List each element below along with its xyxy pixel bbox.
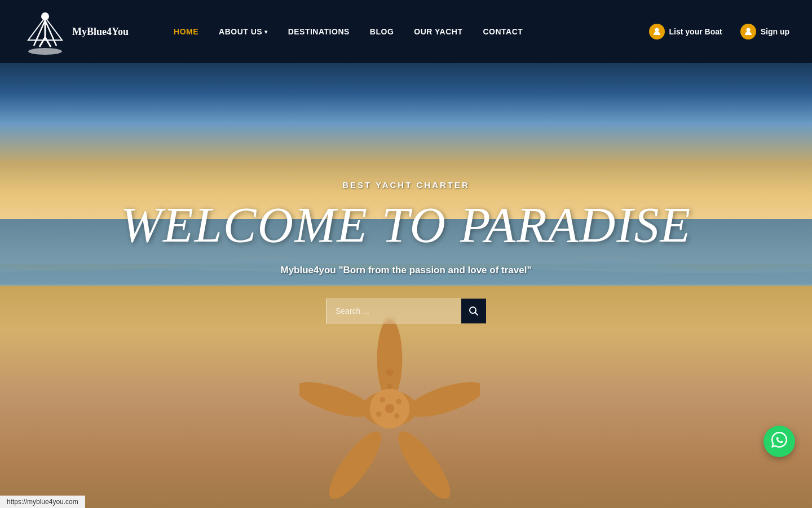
nav-link-home[interactable]: HOME <box>174 27 198 36</box>
whatsapp-icon <box>770 431 788 453</box>
logo[interactable]: MyBlue4You <box>23 6 129 57</box>
svg-point-16 <box>380 397 386 402</box>
svg-point-10 <box>390 425 458 499</box>
hero-subtitle: BEST YACHT CHARTER <box>121 180 692 190</box>
whatsapp-button[interactable] <box>764 426 795 457</box>
hero-title: WELCOME TO PARADISE <box>121 196 692 253</box>
navbar: MyBlue4You HOME ABOUT US ▾ DESTINATIONS … <box>0 0 812 63</box>
nav-link-about[interactable]: ABOUT US ▾ <box>219 27 268 36</box>
sign-up-label: Sign up <box>761 27 789 36</box>
search-icon <box>469 306 479 316</box>
nav-link-our-yacht[interactable]: OUR YACHT <box>414 27 462 36</box>
about-dropdown-arrow: ▾ <box>264 29 268 35</box>
hero-section: BEST YACHT CHARTER WELCOME TO PARADISE M… <box>0 63 812 508</box>
starfish-decoration <box>299 318 480 499</box>
svg-point-19 <box>386 369 394 376</box>
svg-point-12 <box>299 375 376 424</box>
svg-point-14 <box>385 404 394 413</box>
svg-point-11 <box>321 425 390 499</box>
url-text: https://myblue4you.com <box>7 498 78 506</box>
svg-line-3 <box>39 37 45 47</box>
sign-up-icon <box>740 24 756 40</box>
sign-up-button[interactable]: Sign up <box>740 24 789 40</box>
hero-description: Myblue4you "Born from the passion and lo… <box>121 265 692 276</box>
nav-links: HOME ABOUT US ▾ DESTINATIONS BLOG OUR YA… <box>174 27 649 36</box>
list-boat-button[interactable]: List your Boat <box>649 24 722 40</box>
svg-point-5 <box>655 28 659 32</box>
svg-point-20 <box>387 383 392 389</box>
search-input[interactable] <box>326 299 461 323</box>
nav-link-destinations[interactable]: DESTINATIONS <box>288 27 350 36</box>
list-boat-icon <box>649 24 665 40</box>
svg-point-9 <box>403 375 480 424</box>
svg-point-18 <box>394 413 400 419</box>
logo-text: MyBlue4You <box>72 26 129 38</box>
navbar-actions: List your Boat Sign up <box>649 24 789 40</box>
svg-line-22 <box>475 313 478 315</box>
hero-content: BEST YACHT CHARTER WELCOME TO PARADISE M… <box>121 180 692 323</box>
nav-link-contact[interactable]: CONTACT <box>483 27 523 36</box>
nav-link-blog[interactable]: BLOG <box>370 27 394 36</box>
list-boat-label: List your Boat <box>669 27 722 36</box>
svg-line-4 <box>45 37 51 47</box>
url-bar: https://myblue4you.com <box>0 496 85 508</box>
svg-point-15 <box>396 399 401 405</box>
search-button[interactable] <box>461 299 486 323</box>
svg-point-2 <box>28 48 62 55</box>
svg-point-6 <box>746 28 750 32</box>
svg-point-17 <box>376 411 382 417</box>
search-bar <box>121 299 692 323</box>
